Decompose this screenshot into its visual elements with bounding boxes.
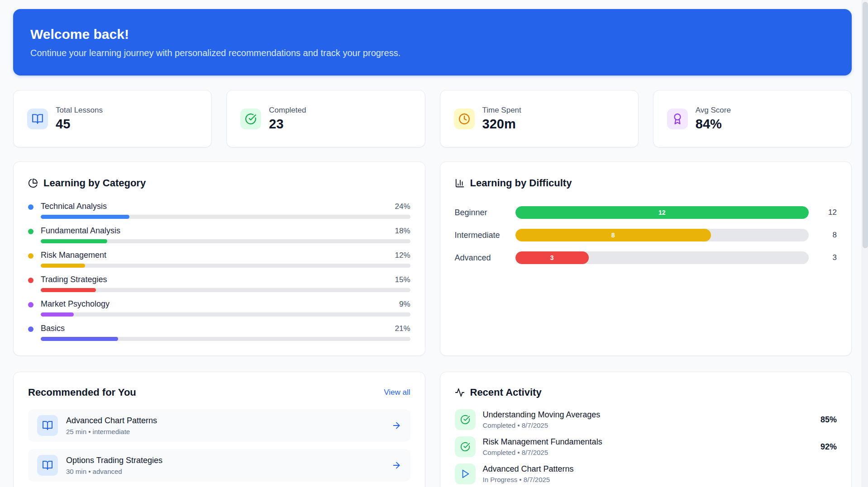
- stat-text: Time Spent320m: [482, 106, 521, 132]
- play-icon: [455, 463, 476, 484]
- category-bar-track: [41, 288, 410, 292]
- activity-score: 85%: [820, 415, 837, 425]
- dashboard-content: Welcome back! Continue your learning jou…: [13, 9, 852, 487]
- difficulty-row: Beginner1212: [455, 206, 837, 219]
- activity-title: Advanced Chart Patterns: [483, 464, 574, 474]
- check-circle-icon: [240, 109, 261, 129]
- bottom-row: Recommended for You View all Advanced Ch…: [13, 372, 852, 487]
- difficulty-row: Advanced33: [455, 251, 837, 264]
- charts-row: Learning by Category Technical Analysis2…: [13, 161, 852, 356]
- category-row: Fundamental Analysis18%: [28, 226, 410, 243]
- category-bar-track: [41, 337, 410, 341]
- category-rows: Technical Analysis24%Fundamental Analysi…: [28, 202, 410, 341]
- recommended-panel: Recommended for You View all Advanced Ch…: [13, 372, 425, 487]
- stat-value: 320m: [482, 117, 521, 132]
- category-bar-fill: [41, 337, 118, 341]
- category-label: Fundamental Analysis: [41, 226, 120, 236]
- stat-text: Avg Score84%: [696, 106, 731, 132]
- activity-row: Advanced Chart PatternsIn Progress • 8/7…: [455, 463, 837, 484]
- category-panel-title: Learning by Category: [43, 177, 146, 189]
- stat-card: Completed23: [226, 90, 425, 147]
- category-label: Basics: [41, 324, 65, 333]
- difficulty-panel: Learning by Difficulty Beginner1212Inter…: [440, 161, 852, 356]
- category-bar-fill: [41, 312, 74, 317]
- difficulty-panel-title: Learning by Difficulty: [470, 177, 572, 189]
- difficulty-label: Advanced: [455, 253, 508, 263]
- category-row: Trading Strategies15%: [28, 275, 410, 292]
- activity-score: 92%: [820, 442, 837, 452]
- stat-card: Avg Score84%: [653, 90, 852, 147]
- book-open-icon: [27, 109, 48, 129]
- stat-label: Avg Score: [696, 106, 731, 115]
- stat-label: Total Lessons: [56, 106, 103, 115]
- recommended-item[interactable]: Options Trading Strategies30 min • advan…: [28, 449, 410, 482]
- stat-value: 84%: [696, 117, 731, 132]
- difficulty-label: Intermediate: [455, 231, 508, 240]
- category-bar-fill: [41, 288, 96, 292]
- stat-value: 23: [269, 117, 306, 132]
- activity-meta: Completed • 8/7/2025: [483, 449, 602, 456]
- category-body: Trading Strategies15%: [41, 275, 410, 292]
- scrollbar-thumb[interactable]: [863, 2, 868, 248]
- difficulty-bar-track: 12: [515, 206, 809, 219]
- recommended-item[interactable]: Advanced Chart Patterns25 min • intermed…: [28, 409, 410, 442]
- category-dot: [28, 204, 33, 210]
- recommended-title: Recommended for You: [28, 387, 136, 398]
- category-label: Trading Strategies: [41, 275, 107, 284]
- pie-chart-icon: [28, 178, 38, 188]
- category-row: Market Psychology9%: [28, 299, 410, 317]
- category-bar-fill: [41, 264, 85, 268]
- difficulty-bar-value-inline: 8: [611, 232, 615, 239]
- difficulty-row: Intermediate88: [455, 229, 837, 241]
- category-percent: 15%: [395, 275, 410, 284]
- category-body: Basics21%: [41, 324, 410, 341]
- category-row: Technical Analysis24%: [28, 202, 410, 219]
- category-label: Market Psychology: [41, 299, 110, 309]
- difficulty-bar-value-inline: 3: [550, 254, 554, 261]
- category-row: Risk Management12%: [28, 251, 410, 268]
- category-bar-track: [41, 239, 410, 243]
- arrow-right-icon: [391, 421, 401, 430]
- activity-meta: In Progress • 8/7/2025: [483, 476, 574, 483]
- category-percent: 24%: [395, 202, 410, 211]
- activity-row: Understanding Moving AveragesCompleted •…: [455, 409, 837, 430]
- category-dot: [28, 253, 33, 259]
- stat-card: Time Spent320m: [440, 90, 639, 147]
- category-body: Technical Analysis24%: [41, 202, 410, 219]
- stat-value: 45: [56, 117, 103, 132]
- check-circle-icon: [455, 436, 476, 457]
- category-body: Risk Management12%: [41, 251, 410, 268]
- category-panel: Learning by Category Technical Analysis2…: [13, 161, 425, 356]
- view-all-link[interactable]: View all: [384, 388, 410, 397]
- category-percent: 18%: [395, 227, 410, 236]
- difficulty-value: 12: [816, 208, 837, 217]
- activity-text: Risk Management FundamentalsCompleted • …: [483, 437, 602, 456]
- banner-subtitle: Continue your learning journey with pers…: [30, 48, 835, 58]
- recommended-item-text: Options Trading Strategies30 min • advan…: [66, 456, 162, 475]
- difficulty-value: 3: [816, 253, 837, 262]
- activity-text: Advanced Chart PatternsIn Progress • 8/7…: [483, 464, 574, 483]
- category-bar-fill: [41, 239, 107, 243]
- recommended-item-text: Advanced Chart Patterns25 min • intermed…: [66, 416, 157, 435]
- activity-items: Understanding Moving AveragesCompleted •…: [455, 409, 837, 484]
- difficulty-bar-track: 8: [515, 229, 809, 241]
- category-dot: [28, 326, 33, 332]
- difficulty-bar-fill: 3: [515, 251, 589, 264]
- activity-panel: Recent Activity Understanding Moving Ave…: [440, 372, 852, 487]
- category-dot: [28, 302, 33, 307]
- stats-row: Total Lessons45Completed23Time Spent320m…: [13, 90, 852, 147]
- category-row: Basics21%: [28, 324, 410, 341]
- difficulty-bar-track: 3: [515, 251, 809, 264]
- page-scrollbar[interactable]: [862, 0, 868, 487]
- clock-icon: [454, 109, 475, 129]
- difficulty-value: 8: [816, 231, 837, 240]
- recommended-item-title: Options Trading Strategies: [66, 456, 162, 465]
- stat-label: Time Spent: [482, 106, 521, 115]
- category-bar-track: [41, 264, 410, 268]
- category-percent: 21%: [395, 324, 410, 333]
- difficulty-panel-header: Learning by Difficulty: [455, 177, 837, 189]
- award-icon: [667, 109, 688, 129]
- welcome-banner: Welcome back! Continue your learning jou…: [13, 9, 852, 76]
- category-bar-fill: [41, 215, 129, 219]
- arrow-right-icon: [391, 460, 401, 470]
